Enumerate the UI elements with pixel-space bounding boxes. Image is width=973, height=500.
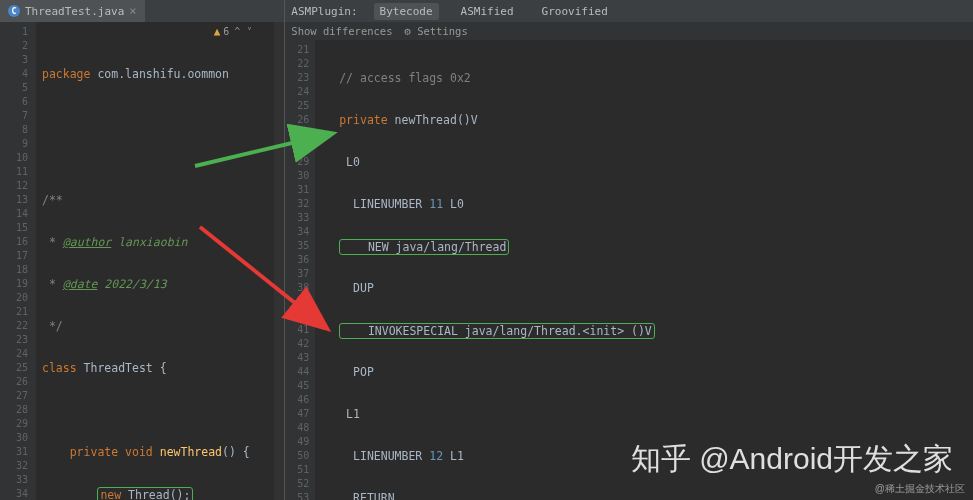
- inspection-badge[interactable]: ▲ 6 ^ ˅: [214, 25, 255, 39]
- settings-link[interactable]: ⚙ Settings: [405, 25, 468, 37]
- file-tab-label: ThreadTest.java: [25, 5, 124, 18]
- close-icon[interactable]: ×: [129, 4, 136, 18]
- highlight-bc-invokespecial-thread: INVOKESPECIAL java/lang/Thread.<init> ()…: [339, 323, 655, 339]
- javadoc-date-tag: @date: [63, 277, 98, 291]
- tab-groovified[interactable]: Groovified: [536, 3, 614, 20]
- editor-left-pane: C ThreadTest.java × 123456789 1011121314…: [0, 0, 285, 500]
- plugin-sub-toolbar: Show differences ⚙ Settings: [285, 22, 973, 40]
- watermark-small: @稀土掘金技术社区: [875, 482, 965, 496]
- keyword-package: package: [42, 67, 90, 81]
- tab-bytecode[interactable]: Bytecode: [374, 3, 439, 20]
- javadoc-start: /**: [42, 193, 63, 207]
- plugin-toolbar: ASMPlugin: Bytecode ASMified Groovified …: [285, 0, 973, 22]
- right-gutter: 212223242526272829 303132333435363738 39…: [285, 40, 315, 500]
- bytecode-area[interactable]: // access flags 0x2 private newThread()V…: [315, 40, 973, 500]
- chevron-up-icon[interactable]: ^: [234, 25, 240, 39]
- javadoc-end: */: [42, 319, 63, 333]
- left-code-area[interactable]: ▲ 6 ^ ˅ package com.lanshifu.oommon /** …: [36, 22, 284, 500]
- show-differences-link[interactable]: Show differences: [291, 25, 392, 37]
- plugin-label: ASMPlugin:: [291, 5, 357, 18]
- warning-count: 6: [223, 25, 229, 39]
- scrollbar[interactable]: [274, 22, 284, 500]
- bc-comment: // access flags 0x2: [325, 71, 470, 85]
- package-name: com.lanshifu.oommon: [90, 67, 228, 81]
- warning-icon: ▲: [214, 25, 221, 39]
- left-gutter: 123456789 101112131415161718 19202122232…: [0, 22, 36, 500]
- method-newthread: newThread: [160, 445, 222, 459]
- java-class-icon: C: [8, 5, 20, 17]
- bc-method-sig: newThread()V: [388, 113, 478, 127]
- editor-tab-bar: C ThreadTest.java ×: [0, 0, 284, 22]
- file-tab-threadtest[interactable]: C ThreadTest.java ×: [0, 0, 145, 22]
- tab-asmified[interactable]: ASMified: [455, 3, 520, 20]
- javadoc-author-tag: @author: [63, 235, 111, 249]
- highlight-new-thread: new Thread();: [97, 487, 193, 500]
- keyword-class: class: [42, 361, 77, 375]
- bytecode-pane: ASMPlugin: Bytecode ASMified Groovified …: [285, 0, 973, 500]
- chevron-down-icon[interactable]: ˅: [247, 25, 252, 39]
- highlight-bc-new-thread: NEW java/lang/Thread: [339, 239, 509, 255]
